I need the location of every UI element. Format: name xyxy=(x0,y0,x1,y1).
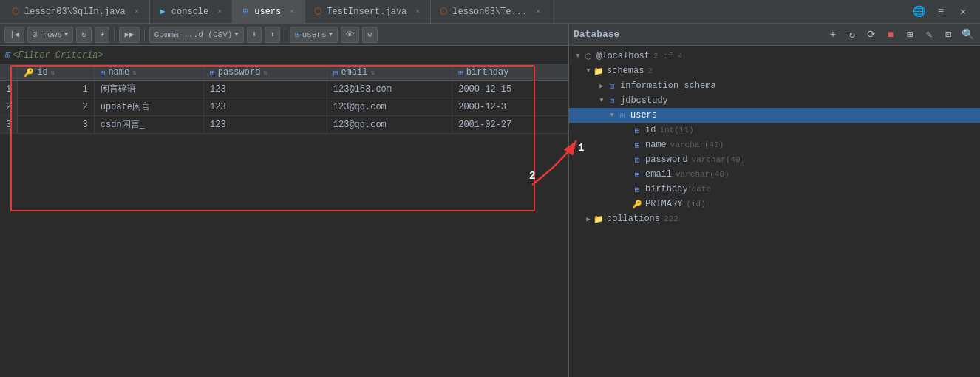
tree-item-localhost[interactable]: ▼ ⬡ @localhost 2 of 4 xyxy=(569,49,980,64)
schema-icon-info: ⊞ xyxy=(606,80,618,92)
table-row[interactable]: 3 3 csdn闲言_ 123 123@qq.com 2001-02-27 xyxy=(0,116,568,134)
tab-close-sqlin[interactable]: × xyxy=(132,7,142,17)
cell-password-2[interactable]: 123 xyxy=(204,98,327,116)
settings-icon[interactable]: ✕ xyxy=(955,4,971,20)
col-icon-birthday: ⊞ xyxy=(458,68,463,78)
db-search-button[interactable]: 🔍 xyxy=(959,27,976,43)
tab-testinsert[interactable]: ⬡ TestInsert.java × xyxy=(305,0,431,23)
tab-close-console[interactable]: × xyxy=(214,7,225,17)
tab-close-users[interactable]: × xyxy=(287,7,297,17)
more-actions-button[interactable]: ▶▶ xyxy=(119,27,139,43)
export-down-icon: ⬇ xyxy=(252,30,257,39)
refresh-icon: ↻ xyxy=(81,30,86,39)
col-header-name[interactable]: ⊞ name ⇅ xyxy=(94,65,203,81)
cell-password-3[interactable]: 123 xyxy=(204,116,327,134)
tree-item-field-password[interactable]: ⊞ password varchar(40) xyxy=(569,152,980,167)
cell-email-2[interactable]: 123@qq.com xyxy=(327,98,452,116)
data-table-wrap[interactable]: 🔑 id ⇅ ⊞ name ⇅ xyxy=(0,65,568,377)
tree-item-field-id[interactable]: ⊞ id int(11) xyxy=(569,123,980,137)
add-row-button[interactable]: + xyxy=(95,27,110,43)
tree-badge-schemas: 2 xyxy=(647,67,653,75)
gear-icon: ⚙ xyxy=(367,30,372,39)
field-icon-email: ⊞ xyxy=(631,169,643,180)
tab-console[interactable]: ▶ console × xyxy=(150,0,233,23)
db-table-button[interactable]: ⊞ xyxy=(902,27,918,43)
rownum-header xyxy=(0,65,18,81)
db-add-button[interactable]: + xyxy=(825,27,841,43)
nav-first-button[interactable]: |◀ xyxy=(4,27,24,43)
tab-sqlin[interactable]: ⬡ lesson03\SqlIn.java × xyxy=(3,0,150,23)
rownum-3: 3 xyxy=(0,116,18,134)
field-icon-password: ⊞ xyxy=(631,154,643,166)
rows-dropdown-icon: ▼ xyxy=(64,31,68,38)
cell-name-3[interactable]: csdn闲言_ xyxy=(94,116,203,134)
tab-close-testinsert[interactable]: × xyxy=(412,7,423,17)
tree-label-localhost: @localhost xyxy=(596,51,650,61)
db-tree[interactable]: ▼ ⬡ @localhost 2 of 4 ▼ 📁 schemas 2 ▶ ⊞ … xyxy=(569,46,980,377)
field-icon-name: ⊞ xyxy=(631,139,643,151)
cell-id-1[interactable]: 1 xyxy=(18,81,95,98)
table-selector[interactable]: ⊞ users ▼ xyxy=(290,27,338,43)
tree-item-schemas[interactable]: ▼ 📁 schemas 2 xyxy=(569,64,980,78)
globe-icon[interactable]: 🌐 xyxy=(911,4,927,20)
tab-close-lesson03te[interactable]: × xyxy=(533,7,543,17)
cell-birthday-3[interactable]: 2001-02-27 xyxy=(452,116,568,134)
more-icon: ▶▶ xyxy=(124,30,134,39)
view-button[interactable]: 👁 xyxy=(341,27,359,43)
filter-icon: ⊞ xyxy=(4,50,10,61)
tree-item-information-schema[interactable]: ▶ ⊞ information_schema xyxy=(569,78,980,93)
cell-id-3[interactable]: 3 xyxy=(18,116,95,134)
table-row[interactable]: 2 2 update闲言 123 123@qq.com 2000-12-3 xyxy=(0,98,568,116)
cell-name-2[interactable]: update闲言 xyxy=(94,98,203,116)
tree-item-field-birthday[interactable]: ⊞ birthday date xyxy=(569,182,980,197)
filter-criteria-text: <Filter Criteria> xyxy=(13,50,103,61)
db-filter-button[interactable]: ⟳ xyxy=(863,27,879,43)
tree-label-jdbcstudy: jdbcstudy xyxy=(620,95,668,106)
db-refresh-button[interactable]: ↻ xyxy=(844,27,860,43)
tree-item-jdbcstudy[interactable]: ▼ ⊞ jdbcstudy xyxy=(569,93,980,108)
tab-lesson03te[interactable]: ⬡ lesson03\Te... × xyxy=(431,0,551,23)
tree-label-collations: collations xyxy=(607,214,660,224)
annotation-label-1: 1 xyxy=(578,142,584,154)
tree-label-info-schema: information_schema xyxy=(620,81,716,91)
db-stop-button[interactable]: ■ xyxy=(882,27,899,43)
export-up-button[interactable]: ⬆ xyxy=(265,27,280,43)
tree-arrow-localhost: ▼ xyxy=(574,52,582,60)
table-editor: |◀ 3 rows ▼ ↻ + ▶▶ Comma-...d (CSV) ▼ xyxy=(0,24,569,377)
separator-3 xyxy=(285,27,285,42)
console-icon: ▶ xyxy=(157,7,168,17)
tree-item-primary[interactable]: 🔑 PRIMARY (id) xyxy=(569,197,980,211)
tree-item-collations[interactable]: ▶ 📁 collations 222 xyxy=(569,211,980,226)
tree-arrow-schemas: ▼ xyxy=(584,67,593,75)
tree-item-field-name[interactable]: ⊞ name varchar(40) xyxy=(569,137,980,152)
col-icon-name: ⊞ xyxy=(101,68,106,78)
tree-item-field-email[interactable]: ⊞ email varchar(40) xyxy=(569,167,980,182)
col-header-email[interactable]: ⊞ email ⇅ xyxy=(327,65,452,81)
cell-id-2[interactable]: 2 xyxy=(18,98,95,116)
nav-first-icon: |◀ xyxy=(10,30,19,39)
col-header-birthday[interactable]: ⊞ birthday xyxy=(452,65,568,81)
java-icon: ⬡ xyxy=(10,7,21,17)
settings-table-button[interactable]: ⚙ xyxy=(362,27,378,43)
export-up-icon: ⬆ xyxy=(270,30,275,39)
cell-birthday-1[interactable]: 2000-12-15 xyxy=(452,81,568,98)
cell-email-1[interactable]: 123@163.com xyxy=(327,81,452,98)
menu-icon[interactable]: ≡ xyxy=(933,4,949,20)
separator-1 xyxy=(114,27,115,42)
refresh-button[interactable]: ↻ xyxy=(76,27,92,43)
cell-name-1[interactable]: 闲言碎语 xyxy=(94,81,203,98)
col-header-id[interactable]: 🔑 id ⇅ xyxy=(18,65,95,81)
col-header-password[interactable]: ⊞ password ⇅ xyxy=(204,65,327,81)
cell-email-3[interactable]: 123@qq.com xyxy=(327,116,452,134)
table-row[interactable]: 1 1 闲言碎语 123 123@163.com 2000-12-15 xyxy=(0,81,568,98)
cell-birthday-2[interactable]: 2000-12-3 xyxy=(452,98,568,116)
cell-password-1[interactable]: 123 xyxy=(204,81,327,98)
export-down-button[interactable]: ⬇ xyxy=(247,27,262,43)
tab-users[interactable]: ⊞ users × xyxy=(233,0,305,23)
db-schema-button[interactable]: ⊡ xyxy=(940,27,956,43)
rownum-2: 2 xyxy=(0,98,18,116)
tree-arrow-collations: ▶ xyxy=(584,215,593,223)
db-panel-title: Database xyxy=(574,29,619,40)
tree-item-users[interactable]: ▼ ⊞ users xyxy=(569,108,980,123)
db-edit-button[interactable]: ✎ xyxy=(921,27,937,43)
